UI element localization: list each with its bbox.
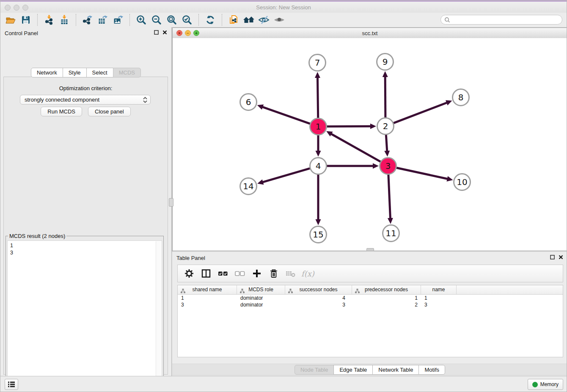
float-panel-icon[interactable] bbox=[550, 255, 555, 259]
cell-shared-name[interactable]: 3 bbox=[178, 301, 237, 308]
optimization-criterion-select[interactable]: strongly connected component bbox=[20, 95, 151, 105]
graph-node-10[interactable]: 10 bbox=[454, 174, 471, 190]
tab-mcds[interactable]: MCDS bbox=[113, 68, 141, 77]
add-column-button[interactable] bbox=[250, 266, 264, 281]
export-network-button[interactable] bbox=[80, 14, 95, 26]
show-all-button[interactable] bbox=[272, 14, 287, 26]
export-table-button[interactable] bbox=[95, 14, 110, 26]
houses-button[interactable] bbox=[241, 14, 256, 26]
table-row[interactable]: 1dominator411 bbox=[178, 295, 563, 301]
search-input[interactable] bbox=[452, 17, 562, 23]
tab-motifs[interactable]: Motifs bbox=[418, 365, 445, 375]
zoom-selected-button[interactable] bbox=[179, 14, 195, 26]
column-header-MCDS-role[interactable]: MCDS role bbox=[237, 285, 285, 294]
graph-edge-1-7[interactable] bbox=[317, 77, 318, 118]
graph-node-6[interactable]: 6 bbox=[240, 94, 257, 110]
search-field[interactable] bbox=[440, 15, 562, 25]
graph-edge-4-14[interactable] bbox=[262, 168, 310, 182]
window-title: Session: New Session bbox=[0, 4, 567, 11]
close-panel-button[interactable]: Close panel bbox=[88, 107, 131, 116]
memory-button[interactable]: Memory bbox=[528, 379, 563, 390]
table-row[interactable]: 3dominator323 bbox=[178, 301, 563, 308]
graph-node-8[interactable]: 8 bbox=[453, 89, 469, 106]
graph-edge-3-1[interactable] bbox=[330, 133, 381, 162]
close-panel-icon[interactable] bbox=[162, 30, 167, 35]
panel-divider-grip[interactable] bbox=[169, 198, 173, 207]
column-header-successor-nodes[interactable]: successor nodes bbox=[285, 285, 352, 294]
show-columns-button[interactable] bbox=[199, 266, 213, 281]
zoom-out-button[interactable] bbox=[149, 14, 164, 26]
float-panel-icon[interactable] bbox=[154, 30, 159, 35]
graph-node-9[interactable]: 9 bbox=[377, 54, 394, 70]
list-icon bbox=[8, 381, 15, 388]
graph-node-4[interactable]: 4 bbox=[310, 158, 327, 174]
cell-name[interactable]: 3 bbox=[421, 301, 457, 308]
graph-edge-1-6[interactable] bbox=[261, 107, 310, 124]
tab-style[interactable]: Style bbox=[63, 68, 87, 77]
export-image-button[interactable] bbox=[110, 14, 126, 26]
tab-node-table[interactable]: Node Table bbox=[295, 365, 334, 375]
main-toolbar bbox=[0, 13, 567, 28]
import-table-button[interactable] bbox=[57, 14, 72, 26]
tab-edge-table[interactable]: Edge Table bbox=[333, 365, 373, 375]
graph-edge-2-8[interactable] bbox=[394, 102, 448, 123]
toolbar-separator bbox=[198, 14, 199, 26]
network-canvas[interactable]: 1234678910111415 bbox=[173, 38, 567, 251]
tab-select[interactable]: Select bbox=[86, 68, 113, 77]
cell-successor-nodes[interactable]: 3 bbox=[285, 301, 352, 308]
cell-name[interactable]: 1 bbox=[421, 295, 457, 301]
mcds-result-area[interactable]: 1 3 bbox=[7, 240, 162, 392]
close-panel-icon[interactable] bbox=[559, 255, 563, 259]
refresh-view-button[interactable] bbox=[203, 14, 218, 26]
zoom-in-button[interactable] bbox=[134, 14, 149, 26]
column-header-name[interactable]: name bbox=[421, 285, 457, 294]
tab-network-table[interactable]: Network Table bbox=[372, 365, 419, 375]
graph-edge-3-10[interactable] bbox=[396, 168, 449, 179]
graph-node-11[interactable]: 11 bbox=[383, 225, 399, 242]
cell-successor-nodes[interactable]: 4 bbox=[285, 295, 352, 301]
hierarchy-icon bbox=[288, 287, 293, 296]
export-table-icon bbox=[97, 14, 108, 25]
mcds-result-legend: MCDS result (2 nodes) bbox=[8, 233, 66, 239]
hierarchy-icon bbox=[181, 287, 185, 296]
graph-edge-1-2[interactable] bbox=[327, 126, 372, 127]
clone-network-button[interactable] bbox=[226, 14, 241, 26]
select-all-button[interactable] bbox=[216, 266, 230, 281]
save-session-button[interactable] bbox=[18, 14, 33, 26]
mcds-result-scrollbar[interactable] bbox=[156, 241, 161, 391]
cell-shared-name[interactable]: 1 bbox=[178, 295, 237, 301]
delete-column-button[interactable] bbox=[267, 266, 281, 281]
column-header-predecessor-nodes[interactable]: predecessor nodes bbox=[352, 285, 421, 294]
graph-node-1[interactable]: 1 bbox=[310, 119, 327, 135]
zoom-fit-button[interactable] bbox=[164, 14, 179, 26]
task-history-button[interactable] bbox=[5, 379, 18, 390]
import-network-button[interactable] bbox=[41, 14, 57, 26]
graph-node-3[interactable]: 3 bbox=[380, 158, 396, 174]
cell-MCDS-role[interactable]: dominator bbox=[237, 301, 285, 308]
column-header-shared-name[interactable]: shared name bbox=[178, 285, 237, 294]
network-resize-grip[interactable] bbox=[366, 248, 374, 251]
graph-edge-3-11[interactable] bbox=[388, 174, 391, 219]
graph-node-15[interactable]: 15 bbox=[310, 226, 327, 243]
edge-arrowhead-icon bbox=[388, 218, 393, 224]
table-panel-header: Table Panel bbox=[172, 252, 567, 264]
network-window-titlebar[interactable]: × − + scc.txt bbox=[173, 28, 567, 39]
graph-node-2[interactable]: 2 bbox=[377, 118, 394, 135]
graph-edge-2-3[interactable] bbox=[386, 135, 387, 152]
graph-edge-2-9[interactable] bbox=[385, 76, 385, 118]
graph-node-14[interactable]: 14 bbox=[240, 178, 257, 195]
graph-node-7[interactable]: 7 bbox=[309, 55, 326, 71]
tab-network[interactable]: Network bbox=[31, 68, 63, 77]
open-session-button[interactable] bbox=[3, 14, 18, 26]
edge-arrowhead-icon bbox=[383, 71, 388, 77]
cell-predecessor-nodes[interactable]: 2 bbox=[352, 301, 421, 308]
table-settings-button[interactable] bbox=[182, 266, 196, 281]
cell-predecessor-nodes[interactable]: 1 bbox=[352, 295, 421, 301]
run-mcds-button[interactable]: Run MCDS bbox=[41, 107, 82, 116]
edge-arrowhead-icon bbox=[316, 151, 321, 157]
delete-table-button[interactable] bbox=[284, 266, 298, 281]
deselect-all-button[interactable] bbox=[233, 266, 247, 281]
hide-selected-button[interactable] bbox=[256, 14, 272, 26]
function-builder-button[interactable]: f(x) bbox=[301, 269, 314, 278]
table-tabs-strip: Node TableEdge TableNetwork TableMotifs bbox=[172, 364, 567, 375]
